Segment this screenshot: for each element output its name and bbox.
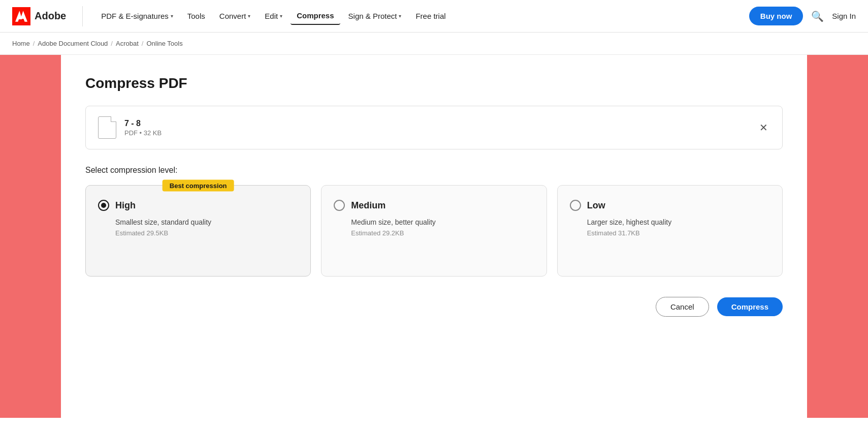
compression-high-header: High	[98, 200, 298, 211]
breadcrumb-document-cloud[interactable]: Adobe Document Cloud	[38, 40, 108, 47]
breadcrumb-sep-1: /	[33, 40, 35, 47]
compression-option-high[interactable]: Best compression High Smallest size, sta…	[85, 185, 311, 277]
file-meta: PDF • 32 KB	[124, 129, 749, 137]
nav-edit[interactable]: Edit ▾	[259, 8, 288, 24]
nav-free-trial[interactable]: Free trial	[409, 8, 452, 24]
compression-low-desc: Larger size, highest quality	[570, 218, 770, 226]
sidebar-right	[807, 55, 868, 418]
page-title: Compress PDF	[85, 75, 783, 91]
navbar: Adobe PDF & E-signatures ▾ Tools Convert…	[0, 0, 868, 33]
compression-low-header: Low	[570, 200, 770, 211]
nav-right: Buy now 🔍 Sign In	[749, 7, 856, 25]
compress-button[interactable]: Compress	[717, 297, 783, 316]
main-content: Compress PDF 7 - 8 PDF • 32 KB ✕ Select …	[61, 55, 807, 418]
breadcrumb-sep-2: /	[111, 40, 113, 47]
radio-medium[interactable]	[334, 200, 345, 211]
adobe-wordmark: Adobe	[35, 10, 66, 22]
sidebar-left	[0, 55, 61, 418]
file-name: 7 - 8	[124, 119, 749, 128]
cancel-button[interactable]: Cancel	[656, 297, 709, 317]
compression-low-name: Low	[587, 200, 605, 211]
page-wrapper: Compress PDF 7 - 8 PDF • 32 KB ✕ Select …	[0, 55, 868, 418]
compression-option-medium[interactable]: Medium Medium size, better quality Estim…	[321, 185, 546, 277]
compression-option-low[interactable]: Low Larger size, highest quality Estimat…	[557, 185, 783, 277]
nav-pdf-esignatures[interactable]: PDF & E-signatures ▾	[95, 8, 179, 24]
breadcrumb-online-tools: Online Tools	[146, 40, 182, 47]
buy-now-button[interactable]: Buy now	[749, 7, 803, 25]
nav-compress[interactable]: Compress	[291, 7, 340, 25]
compression-high-estimate: Estimated 29.5KB	[98, 229, 298, 237]
chevron-down-icon: ▾	[280, 13, 282, 19]
compression-medium-header: Medium	[334, 200, 534, 211]
chevron-down-icon: ▾	[171, 13, 173, 19]
compression-options: Best compression High Smallest size, sta…	[85, 185, 783, 277]
radio-low[interactable]	[570, 200, 581, 211]
compression-medium-name: Medium	[351, 200, 385, 211]
nav-divider	[82, 6, 83, 26]
compression-low-estimate: Estimated 31.7KB	[570, 229, 770, 237]
file-icon	[98, 116, 116, 139]
breadcrumb: Home / Adobe Document Cloud / Acrobat / …	[0, 33, 868, 55]
radio-high[interactable]	[98, 200, 109, 211]
adobe-logo-icon	[12, 7, 30, 25]
nav-convert[interactable]: Convert ▾	[213, 8, 257, 24]
file-details: 7 - 8 PDF • 32 KB	[124, 119, 749, 137]
compression-high-desc: Smallest size, standard quality	[98, 218, 298, 226]
chevron-down-icon: ▾	[399, 13, 401, 19]
compression-medium-desc: Medium size, better quality	[334, 218, 534, 226]
search-icon[interactable]: 🔍	[811, 10, 824, 22]
nav-sign-protect[interactable]: Sign & Protect ▾	[342, 8, 408, 24]
nav-logo[interactable]: Adobe	[12, 7, 66, 25]
actions: Cancel Compress	[85, 297, 783, 317]
nav-links: PDF & E-signatures ▾ Tools Convert ▾ Edi…	[95, 7, 749, 25]
compression-level-label: Select compression level:	[85, 166, 783, 175]
sign-in-link[interactable]: Sign In	[832, 12, 856, 20]
breadcrumb-home[interactable]: Home	[12, 40, 30, 47]
compression-medium-estimate: Estimated 29.2KB	[334, 229, 534, 237]
compression-high-name: High	[115, 200, 136, 211]
breadcrumb-sep-3: /	[142, 40, 144, 47]
chevron-down-icon: ▾	[248, 13, 250, 19]
breadcrumb-acrobat[interactable]: Acrobat	[116, 40, 139, 47]
file-card: 7 - 8 PDF • 32 KB ✕	[85, 106, 783, 149]
best-compression-badge: Best compression	[163, 180, 234, 192]
file-remove-button[interactable]: ✕	[757, 119, 770, 136]
nav-tools[interactable]: Tools	[181, 8, 211, 24]
